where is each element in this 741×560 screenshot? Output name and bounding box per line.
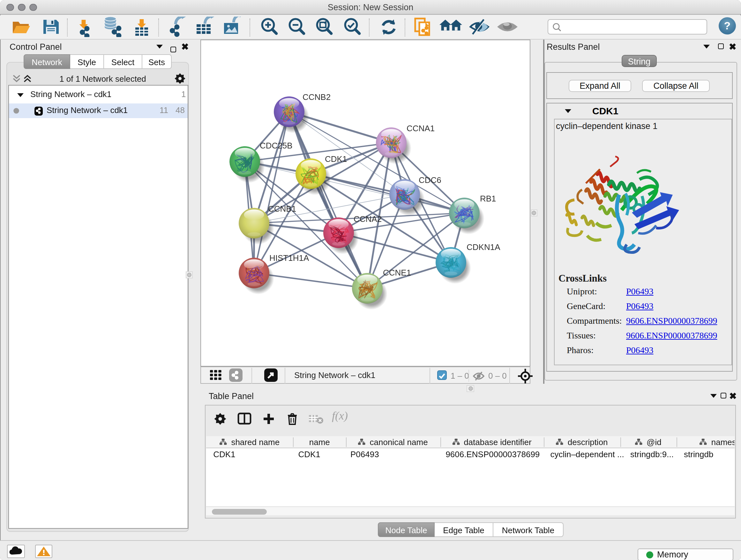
svg-text:CDK1: CDK1 [325, 154, 347, 164]
svg-text:CCNA1: CCNA1 [407, 124, 434, 133]
svg-text:CCNE1: CCNE1 [383, 268, 411, 277]
svg-text:CCNB2: CCNB2 [302, 92, 331, 102]
svg-text:CDC25B: CDC25B [260, 141, 293, 150]
svg-text:CCNB1: CCNB1 [268, 204, 296, 213]
svg-text:CDKN1A: CDKN1A [467, 242, 500, 252]
svg-text:CDC6: CDC6 [419, 175, 441, 185]
svg-text:CCNA2: CCNA2 [354, 214, 382, 224]
svg-text:HIST1H1A: HIST1H1A [269, 253, 309, 263]
svg-text:RB1: RB1 [480, 194, 496, 203]
